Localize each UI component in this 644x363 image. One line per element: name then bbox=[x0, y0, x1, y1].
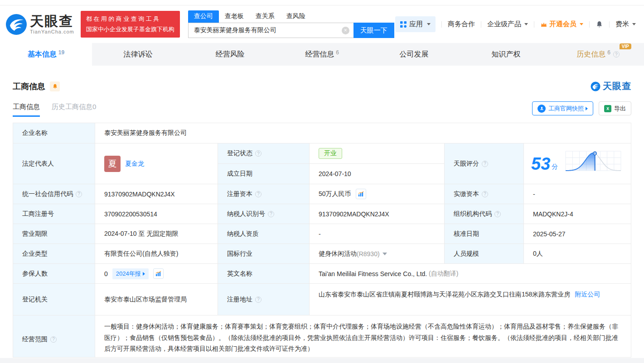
search-tab-risk[interactable]: 查风险 bbox=[281, 10, 311, 23]
tab-operating-info[interactable]: 经营信息6 bbox=[276, 43, 368, 66]
score-number: 53 bbox=[531, 155, 550, 172]
stamp-icon bbox=[537, 105, 546, 113]
notifications-button[interactable] bbox=[596, 20, 603, 29]
main-content: 工商信息 天眼查 工商信息 历史工商信息0 bbox=[0, 80, 644, 358]
tab-company-development[interactable]: 公司发展 bbox=[368, 43, 460, 66]
subtab-business-info[interactable]: 工商信息 bbox=[13, 103, 40, 117]
divider bbox=[441, 21, 442, 28]
registry-value: 泰安市泰山区市场监督管理局 bbox=[95, 284, 218, 315]
help-icon[interactable]: ? bbox=[482, 191, 488, 197]
reg-status-label: 登记状态? bbox=[218, 143, 310, 164]
section-title: 工商信息 bbox=[13, 81, 45, 92]
approval-date-label: 核准日期 bbox=[445, 224, 524, 244]
tab-history-info[interactable]: 历史信息6 ? VIP bbox=[552, 43, 644, 66]
nav-open-vip[interactable]: 开通会员 bbox=[540, 20, 583, 29]
legal-rep-label: 法定代表人 bbox=[13, 143, 95, 184]
insured-value: 0 2024年报 bbox=[95, 264, 218, 284]
capital-chart-icon[interactable] bbox=[356, 189, 366, 199]
insured-label: 参保人数 bbox=[13, 264, 95, 284]
taxpayer-id-value: 91370902MADQKN2J4X bbox=[310, 204, 445, 224]
divider bbox=[609, 21, 610, 28]
subtab-history-business-info[interactable]: 历史工商信息0 bbox=[52, 103, 96, 117]
search-input[interactable] bbox=[189, 23, 353, 38]
registry-label: 登记机关 bbox=[13, 284, 95, 315]
address-value: 山东省泰安市泰山区省庄镇南夏村颐博路与天泽花苑小区东路交叉口往南158米路东营业… bbox=[310, 284, 631, 315]
nav-business-cooperation[interactable]: 商务合作 bbox=[448, 20, 475, 29]
score-unit: 分 bbox=[552, 163, 558, 171]
search-tab-relation[interactable]: 查关系 bbox=[250, 10, 281, 23]
divider bbox=[589, 21, 590, 28]
legal-rep-value: 夏 夏金龙 bbox=[95, 143, 218, 184]
approval-date-value: 2025-05-27 bbox=[524, 224, 631, 244]
user-menu[interactable]: 费米 bbox=[615, 20, 636, 29]
chevron-down-icon bbox=[580, 23, 583, 25]
search-tab-company[interactable]: 查公司 bbox=[188, 10, 219, 23]
help-icon[interactable]: ? bbox=[255, 150, 261, 157]
org-code-label: 组织机构代码? bbox=[445, 204, 524, 224]
official-snapshot-button[interactable]: 工商官网快照 bbox=[532, 101, 593, 115]
help-icon[interactable]: ? bbox=[494, 211, 501, 217]
org-code-value: MADQKN2J-4 bbox=[524, 204, 631, 224]
help-icon[interactable]: ? bbox=[255, 296, 261, 303]
top-divider bbox=[0, 0, 644, 5]
tab-operating-risk[interactable]: 经营风险 bbox=[184, 43, 276, 66]
tab-legal-proceedings[interactable]: 法律诉讼 bbox=[92, 43, 184, 66]
paid-capital-value: - bbox=[524, 184, 631, 204]
legal-rep-avatar[interactable]: 夏 bbox=[104, 156, 121, 172]
established-value: 2024-07-10 bbox=[310, 164, 445, 184]
clear-search-icon[interactable]: × bbox=[342, 27, 349, 34]
insured-chart-icon[interactable] bbox=[153, 268, 164, 279]
apps-menu[interactable]: 应用 bbox=[395, 16, 436, 32]
english-name-value: Tai'an Meililai Fitness Service Co., Ltd… bbox=[310, 264, 631, 284]
arrow-right-icon bbox=[586, 107, 588, 110]
score-curve bbox=[564, 150, 622, 178]
header-nav: 应用 商务合作 企业级产品 开通会员 bbox=[395, 16, 636, 32]
business-term-value: 2024-07-10 至 无固定期限 bbox=[95, 224, 218, 244]
search-area: 查公司 查老板 查关系 查风险 × 天眼一下 bbox=[188, 10, 394, 38]
slogan-line1: 都在用的商业查询工具 bbox=[86, 14, 174, 24]
reg-capital-label: 注册资本? bbox=[218, 184, 310, 204]
brand-watermark-text: 天眼查 bbox=[603, 80, 631, 92]
industry-label: 国标行业 bbox=[218, 244, 310, 264]
nearby-companies-link[interactable]: 附近公司 bbox=[575, 291, 600, 298]
export-button[interactable]: x 导出 bbox=[599, 101, 631, 115]
industry-value[interactable]: 健身休闲活动(R8930) bbox=[310, 244, 445, 264]
reg-capital-value: 50万人民币 bbox=[310, 184, 445, 204]
help-icon[interactable]: ? bbox=[76, 191, 82, 197]
brand-watermark: 天眼查 bbox=[591, 80, 631, 92]
tab-basic-info[interactable]: 基本信息19 bbox=[0, 43, 92, 66]
reg-status-value: 开业 bbox=[310, 143, 445, 164]
legal-rep-link[interactable]: 夏金龙 bbox=[125, 160, 144, 168]
address-label: 注册地址? bbox=[218, 284, 310, 315]
tianyancha-logo[interactable]: 天眼查 TianYanCha.com bbox=[5, 14, 74, 35]
monitor-bell-button[interactable] bbox=[50, 81, 60, 91]
business-scope-value: 一般项目：健身休闲活动；体育健康服务；体育赛事策划；体育竞赛组织；体育中介代理服… bbox=[95, 315, 631, 358]
company-type-value: 有限责任公司(自然人独资) bbox=[95, 244, 218, 264]
paid-capital-label: 实缴资本? bbox=[445, 184, 524, 204]
help-icon[interactable]: ? bbox=[268, 211, 274, 217]
search-tabs: 查公司 查老板 查关系 查风险 bbox=[188, 10, 394, 23]
nav-enterprise-products[interactable]: 企业级产品 bbox=[487, 20, 528, 29]
help-icon[interactable]: ? bbox=[482, 161, 488, 167]
company-name-value: 泰安美丽莱健身服务有限公司 bbox=[95, 123, 631, 143]
help-icon[interactable]: ? bbox=[613, 51, 620, 57]
search-button[interactable]: 天眼一下 bbox=[353, 23, 394, 38]
page: 天眼查 TianYanCha.com 都在用的商业查询工具 国家中小企业发展子基… bbox=[0, 0, 644, 363]
established-label: 成立日期 bbox=[218, 164, 310, 184]
username: 费米 bbox=[615, 20, 629, 29]
tab-intellectual-property[interactable]: 知识产权 bbox=[460, 43, 552, 66]
apps-label: 应用 bbox=[409, 20, 423, 29]
crown-icon bbox=[540, 21, 547, 28]
vip-badge: VIP bbox=[620, 43, 631, 49]
score-value[interactable]: 53 分 bbox=[524, 143, 631, 184]
annual-report-badge[interactable]: 2024年报 bbox=[112, 268, 149, 279]
footer-strip bbox=[0, 358, 644, 363]
tianyancha-mark-icon bbox=[591, 81, 600, 91]
company-type-label: 企业类型 bbox=[13, 244, 95, 264]
business-scope-label: 经营范围? bbox=[13, 315, 95, 358]
help-icon[interactable]: ? bbox=[50, 336, 57, 343]
help-icon[interactable]: ? bbox=[255, 191, 261, 197]
divider bbox=[534, 21, 534, 28]
search-tab-boss[interactable]: 查老板 bbox=[219, 10, 250, 23]
score-label: 天眼评分? bbox=[445, 143, 524, 184]
